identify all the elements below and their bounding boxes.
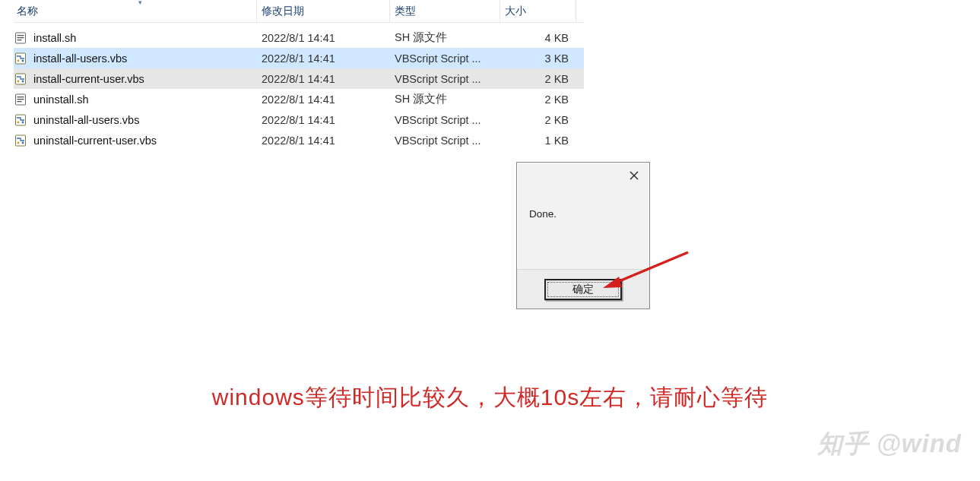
file-name: install-all-users.vbs bbox=[33, 52, 127, 65]
file-row[interactable]: install.sh 2022/8/1 14:41 SH 源文件 4 KB bbox=[14, 27, 584, 48]
close-button[interactable] bbox=[623, 166, 645, 187]
file-rows: install.sh 2022/8/1 14:41 SH 源文件 4 KB in… bbox=[14, 27, 584, 150]
svg-rect-13 bbox=[17, 101, 22, 102]
sort-indicator-icon: ▾ bbox=[138, 0, 142, 6]
watermark: 知乎 @wind bbox=[817, 427, 963, 461]
file-row[interactable]: uninstall.sh 2022/8/1 14:41 SH 源文件 2 KB bbox=[14, 89, 584, 109]
annotation-caption: windows等待时间比较久，大概10s左右，请耐心等待 bbox=[0, 382, 980, 413]
svg-point-15 bbox=[17, 121, 20, 123]
svg-rect-1 bbox=[17, 35, 24, 36]
file-type: VBScript Script ... bbox=[390, 134, 500, 147]
file-size: 2 KB bbox=[500, 93, 576, 106]
file-name: uninstall-all-users.vbs bbox=[33, 114, 139, 126]
file-name: install.sh bbox=[33, 32, 76, 44]
svg-point-16 bbox=[22, 121, 24, 123]
column-header-size-label: 大小 bbox=[505, 5, 526, 18]
file-size: 2 KB bbox=[500, 73, 576, 85]
svg-point-5 bbox=[17, 59, 20, 62]
svg-point-19 bbox=[22, 141, 24, 144]
svg-rect-12 bbox=[17, 99, 24, 100]
svg-rect-3 bbox=[17, 40, 22, 40]
file-size: 1 KB bbox=[500, 134, 576, 147]
file-row[interactable]: uninstall-current-user.vbs 2022/8/1 14:4… bbox=[14, 130, 584, 150]
dialog-titlebar bbox=[517, 163, 649, 190]
file-type: VBScript Script ... bbox=[390, 73, 500, 85]
file-row[interactable]: uninstall-all-users.vbs 2022/8/1 14:41 V… bbox=[14, 109, 584, 130]
vbs-file-icon bbox=[14, 134, 27, 147]
file-date: 2022/8/1 14:41 bbox=[257, 114, 390, 126]
column-header-name-label: 名称 bbox=[17, 5, 38, 18]
sh-file-icon bbox=[14, 93, 27, 106]
file-date: 2022/8/1 14:41 bbox=[257, 52, 390, 65]
file-name: install-current-user.vbs bbox=[33, 73, 144, 85]
svg-rect-11 bbox=[17, 97, 24, 97]
file-date: 2022/8/1 14:41 bbox=[257, 32, 390, 44]
sh-file-icon bbox=[14, 31, 27, 45]
column-header-row: 名称 ▾ 修改日期 类型 大小 bbox=[14, 0, 584, 23]
file-type: SH 源文件 bbox=[390, 30, 500, 45]
dialog-body: Done. bbox=[517, 190, 649, 220]
file-row[interactable]: install-all-users.vbs 2022/8/1 14:41 VBS… bbox=[14, 48, 584, 68]
svg-rect-2 bbox=[17, 37, 24, 38]
ok-button[interactable]: 确定 bbox=[544, 279, 622, 300]
file-size: 3 KB bbox=[500, 52, 576, 65]
file-name: uninstall-current-user.vbs bbox=[33, 134, 157, 147]
file-name: uninstall.sh bbox=[33, 93, 89, 106]
svg-point-9 bbox=[22, 80, 24, 82]
file-type: VBScript Script ... bbox=[390, 114, 500, 126]
svg-point-18 bbox=[17, 141, 20, 144]
file-row[interactable]: install-current-user.vbs 2022/8/1 14:41 … bbox=[14, 68, 584, 89]
file-date: 2022/8/1 14:41 bbox=[257, 73, 390, 85]
column-header-size[interactable]: 大小 bbox=[500, 0, 576, 22]
column-header-type[interactable]: 类型 bbox=[390, 0, 500, 22]
dialog-footer: 确定 bbox=[517, 269, 649, 309]
vbs-file-icon bbox=[14, 72, 27, 86]
ok-button-label: 确定 bbox=[572, 283, 594, 296]
column-header-date-label: 修改日期 bbox=[262, 5, 304, 18]
vbs-file-icon bbox=[14, 52, 27, 65]
file-type: VBScript Script ... bbox=[390, 52, 500, 65]
vbs-file-icon bbox=[14, 113, 27, 127]
column-header-date[interactable]: 修改日期 bbox=[257, 0, 390, 22]
file-type: SH 源文件 bbox=[390, 92, 500, 106]
column-header-name[interactable]: 名称 ▾ bbox=[14, 0, 257, 22]
file-size: 4 KB bbox=[500, 32, 576, 44]
svg-point-8 bbox=[17, 80, 20, 82]
message-dialog: Done. 确定 bbox=[516, 162, 650, 309]
close-icon bbox=[630, 170, 639, 182]
file-size: 2 KB bbox=[500, 114, 576, 126]
file-list: 名称 ▾ 修改日期 类型 大小 install.sh 2022/8/1 14:4… bbox=[14, 0, 584, 150]
file-date: 2022/8/1 14:41 bbox=[257, 134, 390, 147]
column-header-type-label: 类型 bbox=[395, 5, 416, 18]
svg-point-6 bbox=[22, 59, 24, 62]
file-date: 2022/8/1 14:41 bbox=[257, 93, 390, 106]
dialog-message: Done. bbox=[529, 208, 557, 220]
